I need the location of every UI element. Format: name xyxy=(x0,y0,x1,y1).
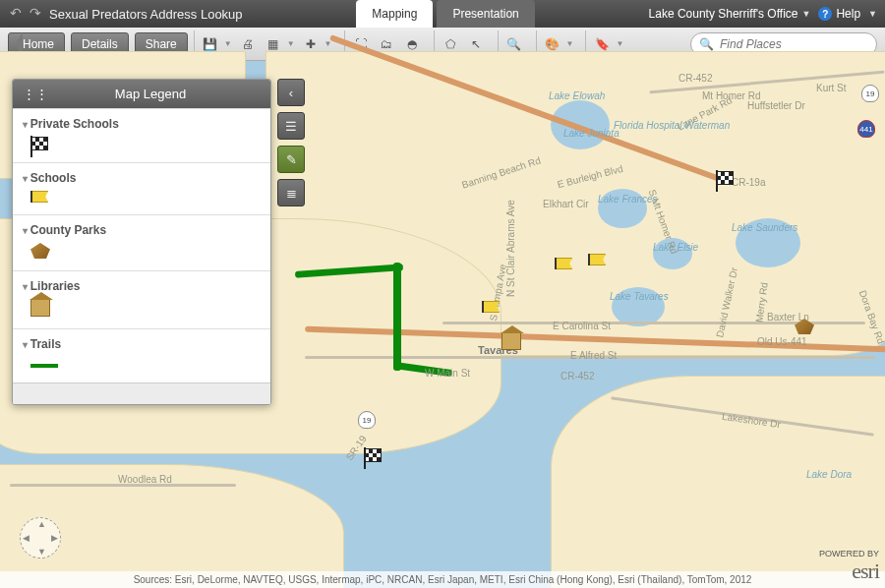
org-dropdown[interactable]: Lake County Sherriff's Office ▼ xyxy=(649,7,811,21)
legend-section-county-parks[interactable]: County Parks xyxy=(13,214,270,270)
help-icon: ? xyxy=(818,7,832,21)
legend-section-trails[interactable]: Trails xyxy=(13,328,270,382)
help-dropdown[interactable]: ? Help ▼ xyxy=(818,7,877,21)
legend-section-label: Private Schools xyxy=(23,117,261,131)
road-label: E Carolina St xyxy=(553,321,611,331)
road-label: Elkhart Cir xyxy=(543,199,589,209)
legend-drag-icon: ⋮⋮ xyxy=(23,87,40,101)
lake-label: Lake Saunders xyxy=(732,222,797,233)
lake-label: Lake Tavares xyxy=(610,291,669,302)
marker-school[interactable] xyxy=(588,254,610,275)
esri-powered: POWERED BY xyxy=(819,549,879,559)
attribution-text: Sources: Esri, DeLorme, NAVTEQ, USGS, In… xyxy=(0,571,885,588)
chevron-down-icon: ▼ xyxy=(616,39,623,48)
search-input[interactable] xyxy=(720,37,868,51)
hwy-shield: 441 xyxy=(857,120,875,138)
pan-west-icon: ◀ xyxy=(23,533,30,543)
collapse-legend-button[interactable]: ‹ xyxy=(277,79,305,106)
esri-brand: esri xyxy=(819,559,879,584)
esri-logo: POWERED BY esri xyxy=(819,549,879,584)
legend-section-private-schools[interactable]: Private Schools xyxy=(13,108,270,162)
road-label: Woodlea Rd xyxy=(118,474,172,485)
legend-section-label: Schools xyxy=(23,171,261,185)
road-label: N St Clair Abrams Ave xyxy=(505,200,516,297)
tab-mapping-label: Mapping xyxy=(372,7,417,21)
chevron-down-icon: ▼ xyxy=(287,39,295,48)
forward-history-icon[interactable]: ↷ xyxy=(28,6,43,22)
road-label: Huffstetler Dr xyxy=(747,100,805,111)
legend-swatch xyxy=(23,357,261,371)
pan-control[interactable]: ▲ ▼ ▶ ◀ xyxy=(20,517,61,559)
chevron-down-icon: ▼ xyxy=(801,9,810,19)
lake-label: Lake Dora xyxy=(806,469,852,480)
chevron-down-icon: ▼ xyxy=(566,39,574,48)
app-title: Sexual Predators Address Lookup xyxy=(49,7,243,22)
marker-private-school[interactable] xyxy=(364,448,385,470)
road-label: E Alfred St xyxy=(570,350,617,361)
pan-east-icon: ▶ xyxy=(51,533,58,543)
map-canvas[interactable]: Tavares Lake Elowah Lake Juniata Lake Fr… xyxy=(0,61,885,588)
legend-section-label: Trails xyxy=(23,337,261,351)
search-icon: 🔍 xyxy=(699,37,714,51)
road-label: CR-452 xyxy=(560,371,594,382)
marker-county-park[interactable] xyxy=(795,319,816,340)
road-label: CR-452 xyxy=(678,73,712,84)
top-right: Lake County Sherriff's Office ▼ ? Help ▼ xyxy=(649,7,877,21)
legend-section-label: County Parks xyxy=(23,223,261,237)
tab-presentation-label: Presentation xyxy=(452,7,518,21)
legend-swatch xyxy=(23,191,261,203)
chevron-down-icon: ▼ xyxy=(868,9,877,19)
legend-header[interactable]: ⋮⋮ Map Legend xyxy=(13,80,270,108)
pan-north-icon: ▲ xyxy=(37,519,46,529)
contents-button[interactable]: ☰ xyxy=(277,112,305,140)
org-name: Lake County Sherriff's Office xyxy=(649,7,798,21)
pan-south-icon: ▼ xyxy=(37,547,46,557)
legend-title: Map Legend xyxy=(40,87,261,101)
back-history-icon[interactable]: ↶ xyxy=(8,6,24,22)
chevron-down-icon: ▼ xyxy=(224,39,232,48)
poi-hospital: Florida Hospital Waterman xyxy=(614,120,673,131)
legend-button[interactable]: ≣ xyxy=(277,179,305,206)
history-nav: ↶ ↷ xyxy=(8,6,43,22)
legend-swatch xyxy=(23,137,261,150)
road-label: Mt Homer Rd xyxy=(702,90,760,101)
legend-section-label: Libraries xyxy=(23,279,261,293)
marker-school[interactable] xyxy=(555,258,576,279)
title-bar: ↶ ↷ Sexual Predators Address Lookup Mapp… xyxy=(0,0,885,28)
lake-label: Lake Elowah xyxy=(549,90,605,101)
app-tabs: Mapping Presentation xyxy=(243,0,649,28)
road-label: Kurt St xyxy=(816,83,847,93)
map-side-rail: ‹ ☰ ✎ ≣ xyxy=(277,79,305,206)
road-label: W Main St xyxy=(425,368,470,379)
legend-swatch xyxy=(23,243,261,259)
legend-section-schools[interactable]: Schools xyxy=(13,162,270,214)
hwy-shield: 19 xyxy=(861,85,879,102)
legend-swatch xyxy=(23,299,261,317)
edit-button[interactable]: ✎ xyxy=(277,146,305,173)
marker-school[interactable] xyxy=(482,301,503,323)
trail-line xyxy=(393,263,401,371)
tab-mapping[interactable]: Mapping xyxy=(356,0,433,28)
marker-private-school[interactable] xyxy=(716,171,738,193)
legend-panel: ⋮⋮ Map Legend Private Schools Schools Co… xyxy=(12,79,271,405)
legend-section-libraries[interactable]: Libraries xyxy=(13,270,270,328)
marker-library[interactable] xyxy=(502,332,523,354)
tab-presentation[interactable]: Presentation xyxy=(437,0,534,28)
lake-label: Lake Juniata xyxy=(563,128,620,139)
hwy-shield: 19 xyxy=(358,411,376,429)
help-label: Help xyxy=(836,7,860,21)
legend-footer xyxy=(13,382,270,404)
